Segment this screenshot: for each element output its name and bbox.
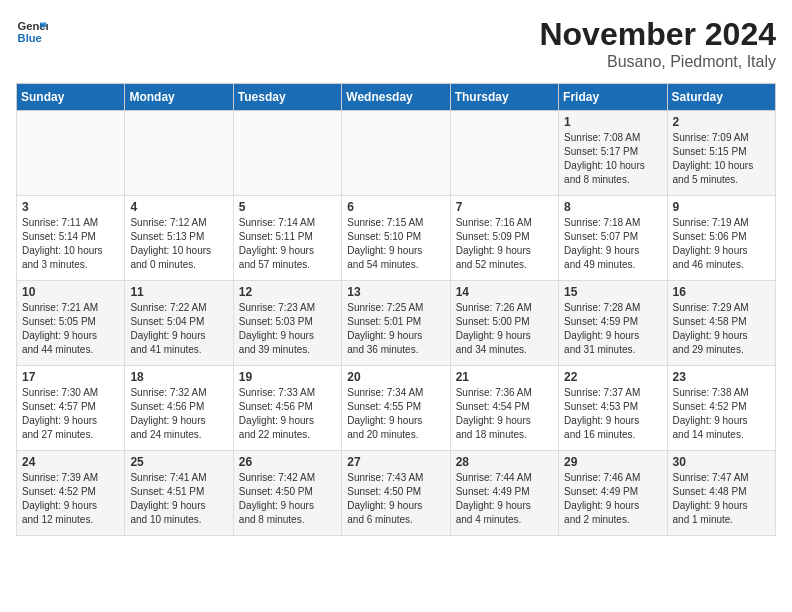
day-info: Sunrise: 7:38 AM Sunset: 4:52 PM Dayligh… xyxy=(673,386,770,442)
day-info: Sunrise: 7:37 AM Sunset: 4:53 PM Dayligh… xyxy=(564,386,661,442)
weekday-header-tuesday: Tuesday xyxy=(233,84,341,111)
day-number: 23 xyxy=(673,370,770,384)
day-number: 21 xyxy=(456,370,553,384)
day-number: 5 xyxy=(239,200,336,214)
day-info: Sunrise: 7:16 AM Sunset: 5:09 PM Dayligh… xyxy=(456,216,553,272)
day-number: 24 xyxy=(22,455,119,469)
calendar-cell: 11Sunrise: 7:22 AM Sunset: 5:04 PM Dayli… xyxy=(125,281,233,366)
weekday-header-friday: Friday xyxy=(559,84,667,111)
day-number: 25 xyxy=(130,455,227,469)
calendar-cell: 30Sunrise: 7:47 AM Sunset: 4:48 PM Dayli… xyxy=(667,451,775,536)
calendar-cell: 19Sunrise: 7:33 AM Sunset: 4:56 PM Dayli… xyxy=(233,366,341,451)
day-number: 1 xyxy=(564,115,661,129)
day-number: 10 xyxy=(22,285,119,299)
day-info: Sunrise: 7:26 AM Sunset: 5:00 PM Dayligh… xyxy=(456,301,553,357)
day-number: 20 xyxy=(347,370,444,384)
day-number: 16 xyxy=(673,285,770,299)
day-info: Sunrise: 7:41 AM Sunset: 4:51 PM Dayligh… xyxy=(130,471,227,527)
day-info: Sunrise: 7:36 AM Sunset: 4:54 PM Dayligh… xyxy=(456,386,553,442)
calendar-cell xyxy=(233,111,341,196)
page-header: General Blue November 2024 Busano, Piedm… xyxy=(16,16,776,71)
calendar-cell xyxy=(17,111,125,196)
calendar-cell: 4Sunrise: 7:12 AM Sunset: 5:13 PM Daylig… xyxy=(125,196,233,281)
calendar-cell: 2Sunrise: 7:09 AM Sunset: 5:15 PM Daylig… xyxy=(667,111,775,196)
day-info: Sunrise: 7:32 AM Sunset: 4:56 PM Dayligh… xyxy=(130,386,227,442)
day-info: Sunrise: 7:12 AM Sunset: 5:13 PM Dayligh… xyxy=(130,216,227,272)
week-row-4: 17Sunrise: 7:30 AM Sunset: 4:57 PM Dayli… xyxy=(17,366,776,451)
day-number: 4 xyxy=(130,200,227,214)
day-info: Sunrise: 7:09 AM Sunset: 5:15 PM Dayligh… xyxy=(673,131,770,187)
week-row-1: 1Sunrise: 7:08 AM Sunset: 5:17 PM Daylig… xyxy=(17,111,776,196)
month-title: November 2024 xyxy=(539,16,776,53)
calendar-cell: 14Sunrise: 7:26 AM Sunset: 5:00 PM Dayli… xyxy=(450,281,558,366)
day-number: 29 xyxy=(564,455,661,469)
day-info: Sunrise: 7:15 AM Sunset: 5:10 PM Dayligh… xyxy=(347,216,444,272)
calendar-cell xyxy=(342,111,450,196)
day-info: Sunrise: 7:21 AM Sunset: 5:05 PM Dayligh… xyxy=(22,301,119,357)
calendar-cell: 1Sunrise: 7:08 AM Sunset: 5:17 PM Daylig… xyxy=(559,111,667,196)
day-number: 13 xyxy=(347,285,444,299)
day-number: 18 xyxy=(130,370,227,384)
svg-text:Blue: Blue xyxy=(18,32,42,44)
day-number: 9 xyxy=(673,200,770,214)
day-info: Sunrise: 7:39 AM Sunset: 4:52 PM Dayligh… xyxy=(22,471,119,527)
day-info: Sunrise: 7:46 AM Sunset: 4:49 PM Dayligh… xyxy=(564,471,661,527)
calendar-cell: 24Sunrise: 7:39 AM Sunset: 4:52 PM Dayli… xyxy=(17,451,125,536)
location: Busano, Piedmont, Italy xyxy=(539,53,776,71)
calendar-cell: 28Sunrise: 7:44 AM Sunset: 4:49 PM Dayli… xyxy=(450,451,558,536)
day-number: 27 xyxy=(347,455,444,469)
day-info: Sunrise: 7:18 AM Sunset: 5:07 PM Dayligh… xyxy=(564,216,661,272)
day-number: 8 xyxy=(564,200,661,214)
calendar-cell: 7Sunrise: 7:16 AM Sunset: 5:09 PM Daylig… xyxy=(450,196,558,281)
weekday-header-thursday: Thursday xyxy=(450,84,558,111)
day-number: 28 xyxy=(456,455,553,469)
day-info: Sunrise: 7:14 AM Sunset: 5:11 PM Dayligh… xyxy=(239,216,336,272)
day-number: 14 xyxy=(456,285,553,299)
day-number: 30 xyxy=(673,455,770,469)
day-number: 3 xyxy=(22,200,119,214)
title-block: November 2024 Busano, Piedmont, Italy xyxy=(539,16,776,71)
weekday-header-sunday: Sunday xyxy=(17,84,125,111)
calendar-cell: 16Sunrise: 7:29 AM Sunset: 4:58 PM Dayli… xyxy=(667,281,775,366)
calendar-cell: 5Sunrise: 7:14 AM Sunset: 5:11 PM Daylig… xyxy=(233,196,341,281)
calendar-cell: 26Sunrise: 7:42 AM Sunset: 4:50 PM Dayli… xyxy=(233,451,341,536)
calendar-cell: 21Sunrise: 7:36 AM Sunset: 4:54 PM Dayli… xyxy=(450,366,558,451)
weekday-header-row: SundayMondayTuesdayWednesdayThursdayFrid… xyxy=(17,84,776,111)
day-number: 26 xyxy=(239,455,336,469)
calendar-cell: 25Sunrise: 7:41 AM Sunset: 4:51 PM Dayli… xyxy=(125,451,233,536)
day-number: 6 xyxy=(347,200,444,214)
day-info: Sunrise: 7:47 AM Sunset: 4:48 PM Dayligh… xyxy=(673,471,770,527)
calendar-cell: 27Sunrise: 7:43 AM Sunset: 4:50 PM Dayli… xyxy=(342,451,450,536)
day-info: Sunrise: 7:22 AM Sunset: 5:04 PM Dayligh… xyxy=(130,301,227,357)
day-info: Sunrise: 7:34 AM Sunset: 4:55 PM Dayligh… xyxy=(347,386,444,442)
day-number: 11 xyxy=(130,285,227,299)
weekday-header-wednesday: Wednesday xyxy=(342,84,450,111)
calendar-cell: 6Sunrise: 7:15 AM Sunset: 5:10 PM Daylig… xyxy=(342,196,450,281)
calendar-cell: 18Sunrise: 7:32 AM Sunset: 4:56 PM Dayli… xyxy=(125,366,233,451)
day-info: Sunrise: 7:30 AM Sunset: 4:57 PM Dayligh… xyxy=(22,386,119,442)
calendar-cell: 13Sunrise: 7:25 AM Sunset: 5:01 PM Dayli… xyxy=(342,281,450,366)
calendar-cell: 17Sunrise: 7:30 AM Sunset: 4:57 PM Dayli… xyxy=(17,366,125,451)
day-info: Sunrise: 7:23 AM Sunset: 5:03 PM Dayligh… xyxy=(239,301,336,357)
weekday-header-saturday: Saturday xyxy=(667,84,775,111)
calendar-cell: 10Sunrise: 7:21 AM Sunset: 5:05 PM Dayli… xyxy=(17,281,125,366)
day-number: 15 xyxy=(564,285,661,299)
day-number: 7 xyxy=(456,200,553,214)
calendar-cell: 29Sunrise: 7:46 AM Sunset: 4:49 PM Dayli… xyxy=(559,451,667,536)
calendar-cell: 12Sunrise: 7:23 AM Sunset: 5:03 PM Dayli… xyxy=(233,281,341,366)
day-number: 12 xyxy=(239,285,336,299)
day-number: 22 xyxy=(564,370,661,384)
day-number: 2 xyxy=(673,115,770,129)
day-number: 17 xyxy=(22,370,119,384)
day-info: Sunrise: 7:25 AM Sunset: 5:01 PM Dayligh… xyxy=(347,301,444,357)
calendar-cell: 23Sunrise: 7:38 AM Sunset: 4:52 PM Dayli… xyxy=(667,366,775,451)
calendar-cell: 8Sunrise: 7:18 AM Sunset: 5:07 PM Daylig… xyxy=(559,196,667,281)
calendar-cell: 3Sunrise: 7:11 AM Sunset: 5:14 PM Daylig… xyxy=(17,196,125,281)
calendar-cell xyxy=(450,111,558,196)
day-info: Sunrise: 7:08 AM Sunset: 5:17 PM Dayligh… xyxy=(564,131,661,187)
calendar-cell xyxy=(125,111,233,196)
day-info: Sunrise: 7:42 AM Sunset: 4:50 PM Dayligh… xyxy=(239,471,336,527)
day-info: Sunrise: 7:28 AM Sunset: 4:59 PM Dayligh… xyxy=(564,301,661,357)
week-row-3: 10Sunrise: 7:21 AM Sunset: 5:05 PM Dayli… xyxy=(17,281,776,366)
day-info: Sunrise: 7:29 AM Sunset: 4:58 PM Dayligh… xyxy=(673,301,770,357)
